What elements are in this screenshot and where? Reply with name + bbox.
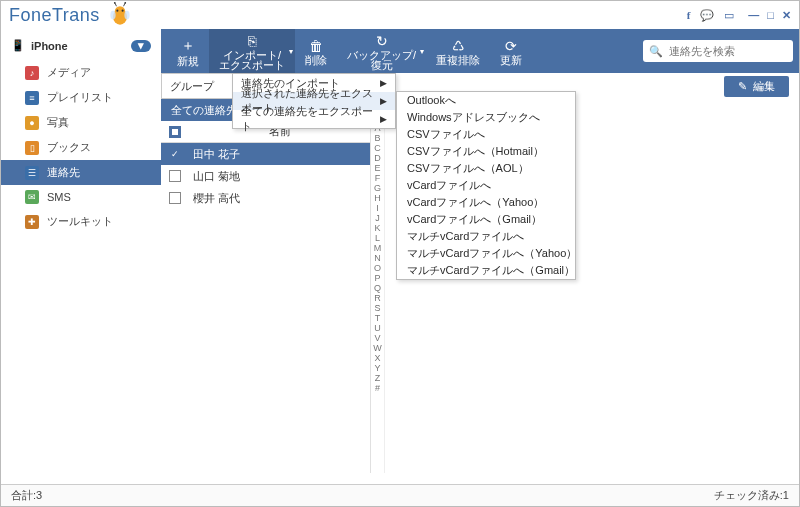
alpha-Q[interactable]: Q: [374, 283, 381, 293]
checkbox[interactable]: [169, 170, 181, 182]
sidebar-item-5[interactable]: ✉SMS: [1, 185, 161, 209]
sidebar-label: ツールキット: [47, 214, 113, 229]
svg-point-5: [124, 11, 129, 20]
menu2-item-4[interactable]: CSVファイルへ（AOL）: [397, 160, 575, 177]
minimize-icon[interactable]: —: [748, 9, 759, 21]
toolbar-btn-3[interactable]: ↻バックアップ/ 復元▾: [337, 29, 426, 73]
alpha-X[interactable]: X: [374, 353, 380, 363]
alpha-C[interactable]: C: [374, 143, 381, 153]
sidebar-item-1[interactable]: ≡プレイリスト: [1, 85, 161, 110]
facebook-icon[interactable]: f: [687, 9, 691, 21]
alpha-H[interactable]: H: [374, 193, 381, 203]
alpha-L[interactable]: L: [375, 233, 380, 243]
menu2-item-6[interactable]: vCardファイルへ（Yahoo）: [397, 194, 575, 211]
alpha-index: ABCDEFGHIJKLMNOPQRSTUVWXYZ#: [371, 121, 385, 473]
menu2-item-9[interactable]: マルチvCardファイルへ（Yahoo）: [397, 245, 575, 262]
alpha-P[interactable]: P: [374, 273, 380, 283]
toolbar-icon: ＋: [181, 37, 195, 55]
edit-button[interactable]: ✎ 編集: [724, 76, 789, 97]
sidebar-item-0[interactable]: ♪メディア: [1, 60, 161, 85]
sidebar-item-6[interactable]: ✚ツールキット: [1, 209, 161, 234]
feedback-icon[interactable]: ▭: [724, 9, 734, 22]
close-icon[interactable]: ✕: [782, 9, 791, 22]
toolbar-icon: ⎘: [248, 33, 256, 49]
menu2-item-3[interactable]: CSVファイルへ（Hotmail）: [397, 143, 575, 160]
contact-name: 櫻井 高代: [189, 191, 370, 206]
device-row[interactable]: 📱 iPhone ▾: [1, 35, 161, 56]
device-badge[interactable]: ▾: [131, 40, 151, 52]
toolbar-icon: ↻: [376, 33, 388, 49]
alpha-J[interactable]: J: [375, 213, 380, 223]
menu2-item-10[interactable]: マルチvCardファイルへ（Gmail）: [397, 262, 575, 279]
alpha-D[interactable]: D: [374, 153, 381, 163]
status-bar: 合計:3 チェック済み:1: [1, 484, 799, 506]
search-box[interactable]: 🔍: [643, 40, 793, 62]
sidebar-icon: ●: [25, 116, 39, 130]
alpha-F[interactable]: F: [375, 173, 381, 183]
arrow-icon: ▶: [380, 114, 387, 124]
alpha-E[interactable]: E: [374, 163, 380, 173]
toolbar-icon: ⟳: [505, 38, 517, 54]
export-menu: 連絡先のインポート▶選択された連絡先をエクスポート▶全ての連絡先をエクスポート▶: [232, 73, 396, 129]
svg-point-9: [124, 2, 126, 4]
alpha-O[interactable]: O: [374, 263, 381, 273]
toolbar-btn-1[interactable]: ⎘インポート/ エクスポート▾: [209, 29, 295, 73]
alpha-W[interactable]: W: [373, 343, 382, 353]
toolbar-btn-5[interactable]: ⟳更新: [490, 29, 532, 73]
alpha-V[interactable]: V: [374, 333, 380, 343]
status-checked: チェック済み:1: [714, 488, 789, 503]
alpha-#[interactable]: #: [375, 383, 380, 393]
alpha-N[interactable]: N: [374, 253, 381, 263]
sidebar-icon: ≡: [25, 91, 39, 105]
checkbox[interactable]: [169, 192, 181, 204]
device-name: iPhone: [31, 40, 68, 52]
caret-icon: ▾: [289, 47, 293, 56]
menu-label: 全ての連絡先をエクスポート: [241, 104, 380, 134]
phone-icon: 📱: [11, 39, 25, 52]
alpha-I[interactable]: I: [376, 203, 379, 213]
alpha-Y[interactable]: Y: [374, 363, 380, 373]
alpha-M[interactable]: M: [374, 243, 382, 253]
menu2-item-7[interactable]: vCardファイルへ（Gmail）: [397, 211, 575, 228]
alpha-K[interactable]: K: [374, 223, 380, 233]
alpha-T[interactable]: T: [375, 313, 381, 323]
menu2-item-0[interactable]: Outlookへ: [397, 92, 575, 109]
contact-name: 田中 花子: [189, 147, 370, 162]
chat-icon[interactable]: 💬: [700, 9, 714, 22]
search-input[interactable]: [669, 45, 800, 57]
menu1-item-2[interactable]: 全ての連絡先をエクスポート▶: [233, 110, 395, 128]
sidebar: 📱 iPhone ▾ ♪メディア≡プレイリスト●写真▯ブックス☰連絡先✉SMS✚…: [1, 29, 161, 473]
sidebar-item-4[interactable]: ☰連絡先: [1, 160, 161, 185]
alpha-G[interactable]: G: [374, 183, 381, 193]
checkbox-all[interactable]: [169, 126, 181, 138]
alpha-U[interactable]: U: [374, 323, 381, 333]
contact-row[interactable]: 山口 菊地: [161, 165, 370, 187]
toolbar-icon: 🗑: [309, 38, 323, 54]
toolbar-btn-4[interactable]: ♺重複排除: [426, 29, 490, 73]
maximize-icon[interactable]: □: [767, 9, 774, 21]
sidebar-label: SMS: [47, 191, 71, 203]
alpha-B[interactable]: B: [374, 133, 380, 143]
alpha-Z[interactable]: Z: [375, 373, 381, 383]
toolbar-label: バックアップ/ 復元: [347, 50, 416, 70]
contact-row[interactable]: ✓田中 花子: [161, 143, 370, 165]
toolbar: ＋新規⎘インポート/ エクスポート▾🗑削除↻バックアップ/ 復元▾♺重複排除⟳更…: [161, 29, 799, 73]
toolbar-label: インポート/ エクスポート: [219, 50, 285, 70]
sidebar-icon: ✉: [25, 190, 39, 204]
alpha-R[interactable]: R: [374, 293, 381, 303]
alpha-S[interactable]: S: [374, 303, 380, 313]
sidebar-icon: ✚: [25, 215, 39, 229]
checkbox[interactable]: ✓: [169, 148, 181, 160]
toolbar-btn-0[interactable]: ＋新規: [167, 29, 209, 73]
menu2-item-1[interactable]: Windowsアドレスブックへ: [397, 109, 575, 126]
toolbar-btn-2[interactable]: 🗑削除: [295, 29, 337, 73]
menu2-item-5[interactable]: vCardファイルへ: [397, 177, 575, 194]
sidebar-item-2[interactable]: ●写真: [1, 110, 161, 135]
contact-row[interactable]: 櫻井 高代: [161, 187, 370, 209]
menu2-item-8[interactable]: マルチvCardファイルへ: [397, 228, 575, 245]
menu2-item-2[interactable]: CSVファイルへ: [397, 126, 575, 143]
sidebar-item-3[interactable]: ▯ブックス: [1, 135, 161, 160]
edit-label: 編集: [753, 79, 775, 94]
toolbar-label: 削除: [305, 55, 327, 65]
sidebar-icon: ♪: [25, 66, 39, 80]
